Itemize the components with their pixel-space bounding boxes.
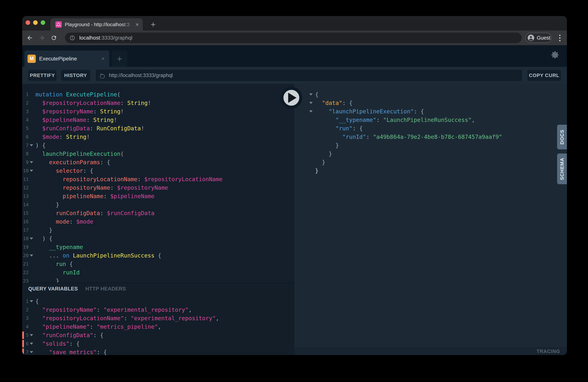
fold-caret-icon[interactable] <box>30 300 33 302</box>
close-window-icon[interactable] <box>26 20 30 25</box>
minimize-window-icon[interactable] <box>33 20 38 25</box>
new-tab-button[interactable]: + <box>147 18 160 30</box>
schema-side-tab[interactable]: SCHEMA <box>557 153 567 184</box>
code-line: 10 selector: { <box>22 167 294 175</box>
new-session-button[interactable]: + <box>112 50 127 67</box>
forward-icon[interactable] <box>38 34 46 42</box>
fold-caret-icon[interactable] <box>30 255 33 256</box>
line-number: 18 <box>22 236 29 241</box>
lint-mark <box>22 332 24 339</box>
fold-caret-icon[interactable] <box>309 93 313 95</box>
fold-caret-icon[interactable] <box>30 170 33 172</box>
response-line: } <box>294 158 567 167</box>
settings-gear-icon[interactable] <box>551 50 560 60</box>
playground-toolbar: PRETTIFY HISTORY http://localhost:3333/g… <box>22 67 567 84</box>
code-line: 7 "save_metrics": { <box>22 348 294 355</box>
response-line: { <box>294 90 567 99</box>
tab-query-variables[interactable]: QUERY VARIABLES <box>28 286 78 292</box>
fold-caret-icon[interactable] <box>30 343 33 345</box>
code-line: 11 repositoryLocationName: $repositoryLo… <box>22 175 294 184</box>
line-number: 1 <box>22 298 29 304</box>
response-line: } <box>294 149 567 158</box>
line-number: 22 <box>22 270 29 275</box>
mutation-badge: M <box>27 55 36 63</box>
code-line: 4 $pipelineName: String! <box>22 116 294 124</box>
profile-button[interactable]: Guest <box>525 33 551 43</box>
code-line: 2 $repositoryLocationName: String! <box>22 99 294 107</box>
back-icon[interactable] <box>26 34 34 42</box>
line-number: 11 <box>22 176 29 182</box>
fold-caret-icon[interactable] <box>309 102 313 104</box>
tab-http-headers[interactable]: HTTP HEADERS <box>85 286 126 292</box>
code-line: 16 mode: $mode <box>22 217 294 226</box>
fold-caret-icon[interactable] <box>309 110 313 112</box>
profile-label: Guest <box>537 35 550 41</box>
line-number: 2 <box>22 100 29 106</box>
response-line: "runId": "a49b864a-79e2-4be8-b78c-687457… <box>294 133 567 141</box>
browser-toolbar: localhost:3333/graphql Guest <box>22 30 567 45</box>
fold-caret-icon[interactable] <box>30 144 33 146</box>
traffic-lights <box>26 20 45 25</box>
response-viewer[interactable]: { "data": { "launchPipelineExecution": {… <box>294 84 567 175</box>
execute-play-button[interactable] <box>280 87 302 109</box>
query-editor[interactable]: 1mutation ExecutePipeline(2 $repositoryL… <box>22 84 294 282</box>
tracing-panel-toggle[interactable]: TRACING <box>294 347 567 355</box>
line-number: 23 <box>22 278 29 282</box>
fold-caret-icon[interactable] <box>30 161 33 163</box>
line-number: 4 <box>22 117 29 123</box>
browser-tab-strip: Playground - http://localhost:3 × + <box>22 16 567 30</box>
graphql-playground: M ExecutePipeline × + PRETTIFY HISTORY h… <box>22 45 567 355</box>
session-tab[interactable]: M ExecutePipeline × <box>24 50 109 67</box>
reload-icon[interactable] <box>50 34 58 42</box>
lint-mark <box>22 340 24 347</box>
code-line: 6 $mode: String! <box>22 133 294 141</box>
fold-caret-icon[interactable] <box>30 334 33 336</box>
play-icon <box>288 93 296 103</box>
code-line: 5 "runConfigData": { <box>22 331 294 340</box>
line-number: 10 <box>22 168 29 173</box>
code-line: 12 repositoryName: $repositoryName <box>22 184 294 192</box>
browser-tab-close-icon[interactable]: × <box>135 21 139 27</box>
variables-editor[interactable]: 1{2 "repositoryName": "experimental_repo… <box>22 295 294 355</box>
line-number: 9 <box>22 160 29 165</box>
line-number: 3 <box>22 109 29 114</box>
code-line: 3 $repositoryName: String! <box>22 107 294 116</box>
line-number: 17 <box>22 227 29 233</box>
fold-caret-icon[interactable] <box>30 237 33 240</box>
code-line: 23 } <box>22 277 294 282</box>
code-line: 18 ) { <box>22 234 294 243</box>
session-tab-close-icon[interactable]: × <box>101 55 105 62</box>
line-number: 12 <box>22 185 29 191</box>
code-line: 13 pipelineName: $pipelineName <box>22 192 294 200</box>
line-number: 4 <box>22 324 29 329</box>
endpoint-input[interactable]: http://localhost:3333/graphql <box>96 70 522 81</box>
code-line: 17 } <box>22 226 294 234</box>
playground-main: 1mutation ExecutePipeline(2 $repositoryL… <box>22 84 567 355</box>
history-button[interactable]: HISTORY <box>61 70 90 81</box>
variables-tab-bar: QUERY VARIABLES HTTP HEADERS <box>22 283 294 295</box>
line-number: 5 <box>22 126 29 131</box>
line-number: 20 <box>22 253 29 258</box>
zoom-window-icon[interactable] <box>41 20 45 25</box>
lint-mark <box>22 348 24 355</box>
response-line: } <box>294 167 567 175</box>
editor-column: 1mutation ExecutePipeline(2 $repositoryL… <box>22 84 294 355</box>
url-path: :3333/graphql <box>100 35 132 41</box>
site-info-icon[interactable] <box>69 35 75 41</box>
code-line: 5 $runConfigData: RunConfigData! <box>22 124 294 133</box>
line-number: 16 <box>22 219 29 224</box>
response-line: "data": { <box>294 99 567 107</box>
browser-tab-title: Playground - http://localhost:3 <box>65 21 133 28</box>
address-bar[interactable]: localhost:3333/graphql <box>65 33 522 43</box>
docs-side-tab[interactable]: DOCS <box>557 125 567 149</box>
fold-caret-icon[interactable] <box>30 351 33 353</box>
browser-tab[interactable]: Playground - http://localhost:3 × <box>50 18 143 30</box>
copy-curl-button[interactable]: COPY CURL <box>527 70 561 81</box>
line-number: 19 <box>22 244 29 250</box>
line-number: 13 <box>22 193 29 199</box>
code-line: 2 "repositoryName": "experimental_reposi… <box>22 305 294 314</box>
browser-menu-icon[interactable] <box>558 34 562 42</box>
variables-panel: QUERY VARIABLES HTTP HEADERS 1{2 "reposi… <box>22 282 294 355</box>
code-line: 14 } <box>22 200 294 209</box>
prettify-button[interactable]: PRETTIFY <box>28 70 57 81</box>
